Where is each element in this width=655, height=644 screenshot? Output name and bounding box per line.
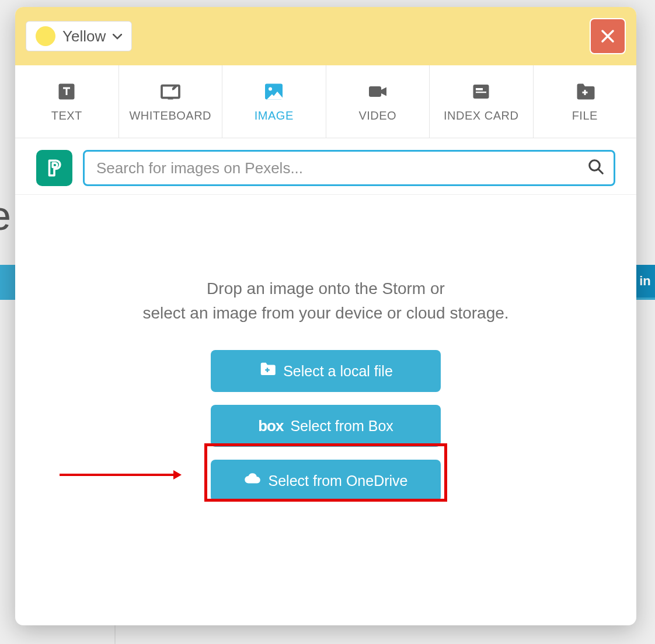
cloud-icon xyxy=(244,470,262,491)
button-label: Select a local file xyxy=(283,363,393,380)
instruction-text: Drop an image onto the Storm or select a… xyxy=(39,276,613,326)
tab-label: IMAGE xyxy=(255,109,294,123)
text-icon xyxy=(56,81,77,102)
svg-rect-1 xyxy=(162,85,179,97)
upload-button-stack: Select a local file box Select from Box … xyxy=(39,350,613,502)
video-icon xyxy=(367,81,388,102)
tab-video[interactable]: VIDEO xyxy=(326,65,430,138)
color-label: Yellow xyxy=(62,27,106,46)
box-logo-icon: box xyxy=(258,417,283,435)
tab-image[interactable]: IMAGE xyxy=(222,65,326,138)
tab-index-card[interactable]: INDEX CARD xyxy=(430,65,534,138)
svg-point-4 xyxy=(269,87,272,90)
close-button[interactable] xyxy=(590,18,626,54)
modal-header: Yellow xyxy=(15,7,636,65)
button-label: Select from OneDrive xyxy=(269,473,408,489)
tab-label: TEXT xyxy=(51,109,82,123)
instruction-line-1: Drop an image onto the Storm or xyxy=(39,276,613,301)
tab-label: VIDEO xyxy=(358,109,396,123)
add-content-modal: Yellow TEXT WHITEBOARD xyxy=(15,7,636,625)
index-card-icon xyxy=(471,81,492,102)
select-from-box-button[interactable]: box Select from Box xyxy=(211,405,441,447)
search-icon[interactable] xyxy=(587,158,605,178)
whiteboard-icon xyxy=(160,81,181,102)
folder-plus-icon xyxy=(259,360,276,382)
svg-rect-5 xyxy=(369,86,381,97)
backdrop-divider xyxy=(114,625,116,644)
close-icon xyxy=(601,25,615,48)
tab-label: WHITEBOARD xyxy=(129,109,211,123)
select-from-onedrive-button[interactable]: Select from OneDrive xyxy=(211,460,441,502)
svg-rect-8 xyxy=(476,92,486,93)
instruction-line-2: select an image from your device or clou… xyxy=(39,301,613,326)
color-dropdown[interactable]: Yellow xyxy=(26,21,132,51)
search-row xyxy=(15,138,636,195)
tab-label: FILE xyxy=(572,109,598,123)
chevron-down-icon xyxy=(113,30,122,43)
search-wrap xyxy=(83,150,615,186)
content-type-tabs: TEXT WHITEBOARD IMAGE VIDEO INDEX CARD xyxy=(15,65,636,138)
svg-rect-2 xyxy=(168,97,173,99)
button-label: Select from Box xyxy=(290,418,393,435)
backdrop-side-label: in xyxy=(635,265,655,298)
tab-file[interactable]: FILE xyxy=(534,65,637,138)
tab-whiteboard[interactable]: WHITEBOARD xyxy=(119,65,223,138)
tab-text[interactable]: TEXT xyxy=(15,65,119,138)
file-icon xyxy=(574,81,595,102)
pexels-logo-icon xyxy=(36,150,72,186)
select-local-file-button[interactable]: Select a local file xyxy=(211,350,441,392)
tab-label: INDEX CARD xyxy=(444,109,518,123)
image-icon xyxy=(263,81,284,102)
svg-rect-7 xyxy=(476,88,483,90)
backdrop-heading-fragment: e xyxy=(0,192,11,239)
color-swatch-icon xyxy=(36,26,55,46)
image-upload-panel: Drop an image onto the Storm or select a… xyxy=(15,195,636,525)
search-input[interactable] xyxy=(83,150,615,186)
